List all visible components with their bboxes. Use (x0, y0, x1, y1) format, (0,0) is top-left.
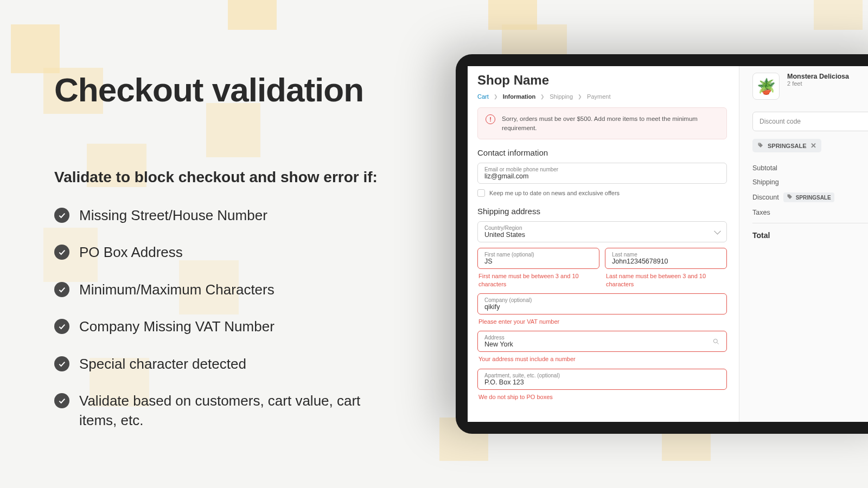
shipping-heading: Shipping address (477, 207, 727, 216)
email-value: liz@gmail.com (484, 172, 528, 180)
check-icon (54, 282, 69, 297)
country-select[interactable]: Country/Region United States (477, 221, 727, 242)
apartment-error: We do not ship to PO boxes (478, 393, 727, 401)
country-label: Country/Region (484, 225, 720, 231)
summary-divider (752, 223, 868, 223)
tag-icon (757, 142, 764, 150)
feature-text: Validate based on customers, cart value,… (79, 391, 380, 431)
first-name-field[interactable]: First name (optional) JS (477, 248, 599, 269)
company-error: Please enter your VAT number (478, 318, 727, 325)
feature-item: Special character detected (54, 354, 380, 374)
error-banner-text: Sorry, orders must be over $500. Add mor… (502, 114, 719, 132)
product-thumbnail: 🪴 (752, 73, 780, 100)
applied-discount-tag: SPRINGSALE ✕ (752, 139, 821, 152)
subtotal-label: Subtotal (752, 164, 777, 172)
email-label: Email or mobile phone number (484, 166, 720, 172)
feature-item: Company Missing VAT Number (54, 317, 380, 336)
search-icon (712, 338, 720, 345)
discount-placeholder: Discount code (760, 118, 801, 125)
first-name-value: JS (484, 258, 493, 265)
last-name-field[interactable]: Last name John12345678910 (605, 248, 727, 269)
cart-product-row: 🪴 Monstera Deliciosa 2 feet (752, 73, 868, 100)
apartment-value: P.O. Box 123 (484, 378, 524, 386)
first-name-error: First name must be between 3 and 10 char… (478, 272, 599, 288)
address-error: Your address must include a number (478, 355, 727, 363)
discount-code-text: SPRINGSALE (768, 143, 807, 149)
company-label: Company (optional) (484, 297, 720, 303)
email-field[interactable]: Email or mobile phone number liz@gmail.c… (477, 163, 727, 184)
warning-icon: ! (486, 114, 495, 124)
page-title: Checkout validation (54, 70, 380, 109)
contact-heading: Contact information (477, 148, 727, 157)
product-name: Monstera Deliciosa (787, 73, 849, 80)
apartment-field[interactable]: Apartment, suite, etc. (optional) P.O. B… (477, 369, 727, 390)
check-icon (54, 319, 69, 334)
last-name-value: John12345678910 (612, 258, 668, 265)
page-subtitle: Validate to block checkout and show erro… (54, 169, 380, 186)
svg-point-0 (713, 339, 717, 343)
shop-name: Shop Name (477, 73, 727, 88)
discount-mini-tag: SPRINGSALE (783, 192, 834, 202)
feature-text: Missing Street/House Number (79, 206, 267, 225)
first-name-label: First name (optional) (484, 252, 592, 258)
discount-label: Discount (752, 194, 779, 201)
breadcrumb-payment: Payment (587, 93, 610, 100)
company-field[interactable]: Company (optional) qikify (477, 293, 727, 314)
shipping-label: Shipping (752, 178, 779, 186)
breadcrumb: Cart ❯ Information ❯ Shipping ❯ Payment (477, 93, 727, 100)
news-optin-checkbox[interactable] (477, 189, 485, 197)
feature-item: Minimum/Maximum Characters (54, 280, 380, 299)
discount-code-input[interactable]: Discount code (752, 112, 868, 131)
apartment-label: Apartment, suite, etc. (optional) (484, 373, 720, 378)
feature-item: Missing Street/House Number (54, 206, 380, 225)
check-icon (54, 393, 69, 408)
company-value: qikify (484, 303, 500, 311)
address-label: Address (484, 335, 720, 341)
breadcrumb-shipping: Shipping (550, 93, 573, 100)
news-optin-label: Keep me up to date on news and exclusive… (489, 190, 620, 196)
chevron-right-icon: ❯ (494, 94, 498, 99)
address-value: New York (484, 341, 513, 348)
address-field[interactable]: Address New York (477, 331, 727, 352)
minimum-order-error-banner: ! Sorry, orders must be over $500. Add m… (477, 107, 727, 139)
feature-text: Minimum/Maximum Characters (79, 280, 275, 299)
product-variant: 2 feet (787, 80, 849, 87)
feature-item: Validate based on customers, cart value,… (54, 391, 380, 431)
check-icon (54, 356, 69, 371)
breadcrumb-information[interactable]: Information (503, 93, 536, 100)
feature-text: PO Box Address (79, 242, 183, 262)
total-label: Total (752, 231, 770, 240)
tablet-frame: Shop Name Cart ❯ Information ❯ Shipping … (456, 54, 868, 434)
svg-line-1 (717, 342, 719, 344)
feature-text: Company Missing VAT Number (79, 317, 275, 336)
tag-icon (787, 194, 793, 201)
check-icon (54, 208, 69, 223)
taxes-label: Taxes (752, 209, 770, 216)
feature-text: Special character detected (79, 354, 246, 374)
breadcrumb-cart[interactable]: Cart (477, 93, 489, 100)
feature-item: PO Box Address (54, 242, 380, 262)
chevron-right-icon: ❯ (578, 94, 582, 99)
svg-point-2 (759, 143, 760, 144)
last-name-label: Last name (612, 252, 720, 258)
country-value: United States (484, 231, 525, 239)
chevron-right-icon: ❯ (540, 94, 545, 99)
check-icon (54, 245, 69, 260)
last-name-error: Last name must be between 3 and 10 chara… (606, 272, 727, 288)
remove-discount-button[interactable]: ✕ (810, 142, 816, 150)
